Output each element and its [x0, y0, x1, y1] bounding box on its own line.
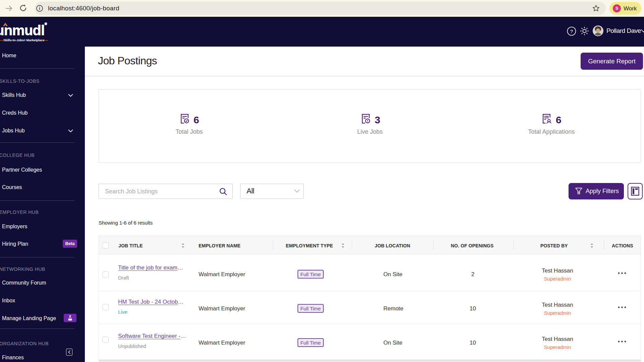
- svg-text:?: ?: [570, 28, 573, 34]
